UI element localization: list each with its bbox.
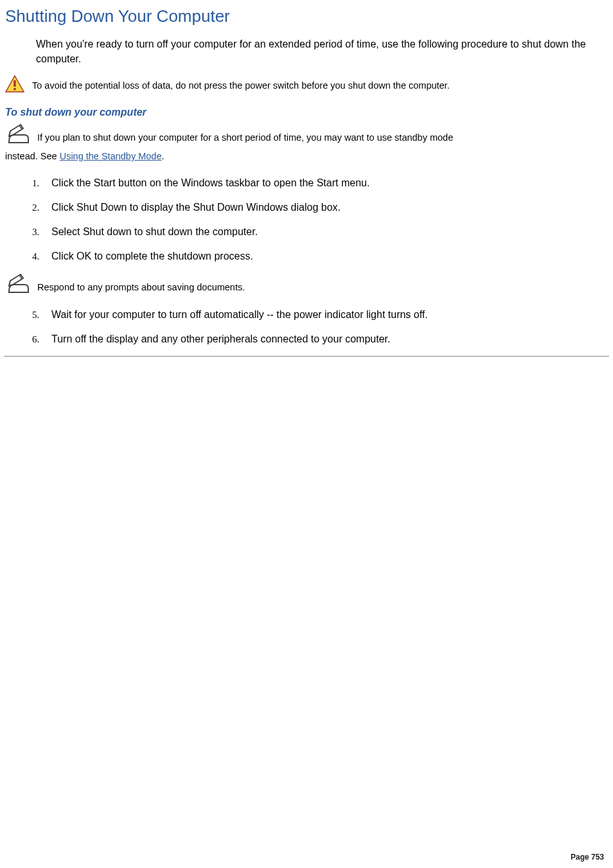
list-item: 6.Turn off the display and any other per… xyxy=(39,332,603,347)
warning-icon xyxy=(5,75,24,95)
procedure-title: To shut down your computer xyxy=(5,107,608,118)
steps-list-1: 1.Click the Start button on the Windows … xyxy=(39,175,603,264)
list-item: 3.Select Shut down to shut down the comp… xyxy=(39,224,603,240)
step-text: Wait for your computer to turn off autom… xyxy=(51,309,428,320)
list-item: 5.Wait for your computer to turn off aut… xyxy=(39,307,603,323)
warning-text: To avoid the potential loss of data, do … xyxy=(32,75,450,93)
pencil-note-icon xyxy=(5,123,31,147)
note-1-instead: instead. See xyxy=(5,151,60,161)
step-text: Select Shut down to shut down the comput… xyxy=(51,226,258,237)
note-2-text: Respond to any prompts about saving docu… xyxy=(37,273,245,295)
note-1-post: . xyxy=(161,151,164,161)
note-block-1: If you plan to shut down your computer f… xyxy=(5,123,608,147)
step-number: 4. xyxy=(32,249,39,264)
step-text: Turn off the display and any other perip… xyxy=(51,333,390,344)
step-number: 3. xyxy=(32,225,39,240)
step-text: Click the Start button on the Windows ta… xyxy=(51,177,369,188)
note-1-pre: If you plan to shut down your computer f… xyxy=(37,132,453,143)
step-number: 5. xyxy=(32,308,39,323)
page-title: Shutting Down Your Computer xyxy=(5,6,608,26)
standby-mode-link[interactable]: Using the Standby Mode xyxy=(60,151,162,161)
note-1-text: If you plan to shut down your computer f… xyxy=(37,123,453,145)
intro-paragraph: When you're ready to turn off your compu… xyxy=(36,37,603,66)
svg-rect-2 xyxy=(13,88,15,90)
note-1-continuation: instead. See Using the Standby Mode. xyxy=(5,150,608,164)
step-number: 2. xyxy=(32,200,39,215)
divider xyxy=(4,356,609,357)
list-item: 1.Click the Start button on the Windows … xyxy=(39,175,603,191)
list-item: 4.Click OK to complete the shutdown proc… xyxy=(39,249,603,264)
step-text: Click Shut Down to display the Shut Down… xyxy=(51,202,341,213)
list-item: 2.Click Shut Down to display the Shut Do… xyxy=(39,200,603,215)
page-number: Page 753 xyxy=(571,853,604,862)
step-text: Click OK to complete the shutdown proces… xyxy=(51,251,253,261)
pencil-note-icon xyxy=(5,273,31,297)
step-number: 6. xyxy=(32,332,39,347)
warning-block: To avoid the potential loss of data, do … xyxy=(5,75,608,95)
svg-rect-1 xyxy=(13,80,15,87)
steps-list-2: 5.Wait for your computer to turn off aut… xyxy=(39,307,603,347)
note-block-2: Respond to any prompts about saving docu… xyxy=(5,273,608,297)
step-number: 1. xyxy=(32,176,39,191)
